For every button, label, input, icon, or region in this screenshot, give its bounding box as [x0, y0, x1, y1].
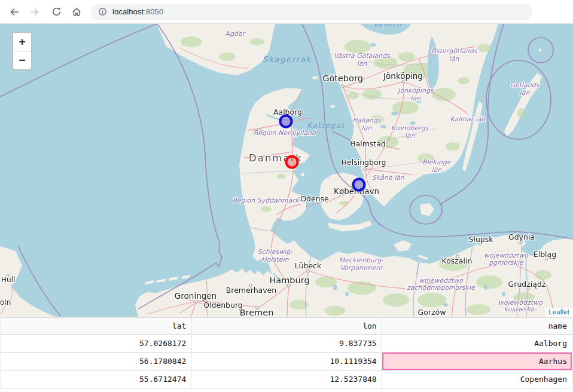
- region-label: län: [362, 124, 373, 132]
- marker-aalborg[interactable]: [281, 116, 292, 127]
- region-label: Jönköpings: [397, 87, 434, 94]
- city-label: oln: [0, 298, 11, 307]
- browser-toolbar: localhost:8050: [0, 0, 573, 24]
- region-label: Region Nordjylland: [254, 129, 317, 137]
- city-label: Grudziądz: [508, 280, 546, 289]
- region-label: Holstein: [262, 256, 289, 264]
- city-label: Groningen: [175, 291, 217, 301]
- region-label: län: [449, 55, 460, 63]
- region-label: län: [405, 132, 416, 140]
- region-label: län: [432, 166, 443, 174]
- city-label: Bremen: [240, 308, 274, 317]
- marker-aarhus[interactable]: [286, 157, 298, 168]
- land-laeso: [312, 76, 318, 79]
- zoom-in-button[interactable]: +: [13, 33, 31, 51]
- reload-button[interactable]: [48, 4, 65, 20]
- url-host: localhost: [112, 7, 144, 16]
- url-text: localhost:8050: [112, 7, 163, 16]
- city-label: Hamburg: [269, 275, 309, 285]
- region-label: Schleswig-: [258, 248, 294, 256]
- zoom-control: + −: [12, 32, 32, 71]
- cell-lon[interactable]: 9.837735: [191, 335, 382, 353]
- home-icon: [71, 6, 83, 18]
- leaflet-link[interactable]: Leaflet: [548, 308, 569, 316]
- land-islet: [539, 49, 542, 52]
- region-label: Gotlands: [510, 81, 540, 89]
- table-row: 57.0268172 9.837735 Aalborg: [1, 335, 572, 353]
- city-label: Koszalin: [442, 256, 473, 265]
- city-label: Jönköping: [383, 71, 423, 81]
- region-label: län: [520, 89, 531, 97]
- table-cell-active[interactable]: Aarhus: [382, 353, 572, 370]
- back-button[interactable]: [6, 4, 23, 20]
- region-label: Vorpommern: [340, 264, 383, 272]
- city-label: Elbląg: [534, 250, 556, 259]
- column-header-name[interactable]: name: [382, 318, 572, 335]
- column-header-lat[interactable]: lat: [1, 318, 191, 335]
- table-row: 56.1780842 10.1119354 Aarhus: [1, 353, 572, 370]
- marker-copenhagen[interactable]: [353, 179, 365, 191]
- city-label: Oldenburg: [203, 301, 243, 310]
- home-button[interactable]: [68, 4, 85, 20]
- region-label: zachodniopomorskie: [407, 284, 476, 292]
- cell-lon[interactable]: 12.5237848: [191, 370, 382, 388]
- cell-lat[interactable]: 55.6712474: [1, 370, 191, 388]
- region-label: Mecklenburg-: [339, 256, 385, 264]
- cell-lat[interactable]: 57.0268172: [1, 335, 191, 353]
- cell-lat[interactable]: 56.1780842: [1, 353, 191, 370]
- city-label: Halmstad: [350, 139, 386, 148]
- cell-name[interactable]: Aalborg: [382, 335, 572, 353]
- city-label: Odense: [300, 194, 329, 203]
- city-label: Hull: [1, 275, 15, 284]
- region-label: Region Syddanmark: [233, 197, 300, 204]
- map-attribution: Leaflet: [545, 308, 573, 317]
- back-arrow-icon: [8, 6, 20, 18]
- city-label: Bremerhaven: [226, 286, 277, 295]
- region-label: Kronobergs: [391, 124, 429, 132]
- region-label: Hallands: [352, 117, 382, 124]
- region-label: Skåne län: [372, 174, 405, 182]
- sea-label-kattegat: Kattegat: [307, 121, 345, 130]
- cell-lon[interactable]: 10.1119354: [191, 353, 382, 370]
- sea-label-vanern: Vänern: [373, 24, 401, 28]
- city-label: Lübeck: [295, 261, 322, 270]
- forward-button[interactable]: [26, 4, 43, 20]
- cell-name[interactable]: Copenhagen: [382, 370, 572, 388]
- region-label: län: [411, 94, 422, 102]
- region-label: Västra Götalands: [334, 52, 391, 60]
- column-header-lon[interactable]: lon: [191, 318, 382, 335]
- region-label: kujawsko-: [504, 305, 537, 313]
- leaflet-map[interactable]: Skagerrak Kattegat Vänern Agder Region N…: [0, 24, 573, 317]
- region-label: Kalmar län: [450, 115, 486, 123]
- sea-label-skagerrak: Skagerrak: [263, 54, 312, 64]
- address-bar[interactable]: localhost:8050: [91, 4, 532, 20]
- table-row: 55.6712474 12.5237848 Copenhagen: [1, 370, 572, 388]
- forward-arrow-icon: [29, 6, 41, 18]
- city-label: Gorzów: [418, 308, 446, 317]
- zoom-out-button[interactable]: −: [13, 51, 31, 69]
- land-samso: [301, 173, 304, 176]
- region-label: pomorskie: [489, 259, 524, 267]
- region-label: län: [357, 60, 368, 68]
- region-label: Blekinge: [422, 158, 452, 166]
- city-label: Göteborg: [322, 74, 363, 83]
- url-port: :8050: [144, 7, 163, 16]
- region-label: Östergötlands: [431, 47, 478, 55]
- data-table: lat lon name 57.0268172 9.837735 Aalborg…: [1, 317, 572, 388]
- reload-icon: [51, 6, 62, 17]
- city-label: Gdynia: [508, 232, 535, 241]
- region-label: Agder: [225, 30, 246, 38]
- city-label: Helsingborg: [342, 158, 386, 167]
- table-header-row: lat lon name: [1, 318, 572, 335]
- land-anholt: [330, 105, 335, 108]
- city-label: Słupsk: [468, 235, 493, 244]
- map-canvas[interactable]: Skagerrak Kattegat Vänern Agder Region N…: [0, 24, 573, 317]
- page-info-icon[interactable]: [98, 7, 107, 16]
